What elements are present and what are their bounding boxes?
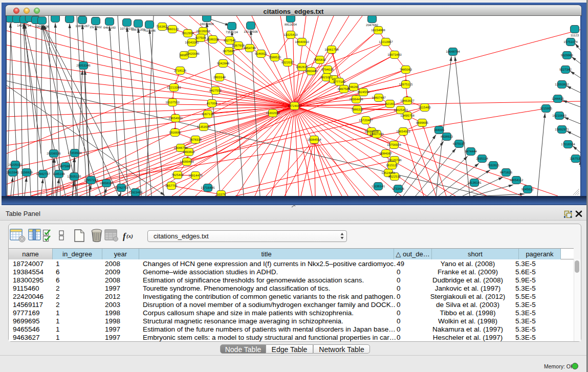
svg-text:8938923: 8938923 bbox=[441, 135, 453, 139]
svg-text:19463627: 19463627 bbox=[400, 99, 415, 103]
svg-text:17016504: 17016504 bbox=[561, 143, 575, 146]
svg-text:3267130: 3267130 bbox=[202, 113, 214, 116]
svg-text:12505135: 12505135 bbox=[67, 175, 81, 179]
svg-text:10654112: 10654112 bbox=[509, 179, 524, 182]
svg-text:16033809: 16033809 bbox=[200, 23, 214, 26]
svg-text:8471626: 8471626 bbox=[500, 171, 513, 174]
svg-text:10807487: 10807487 bbox=[372, 96, 386, 100]
svg-text:20364436: 20364436 bbox=[349, 98, 363, 101]
svg-text:1615132: 1615132 bbox=[386, 164, 399, 167]
svg-text:10655267: 10655267 bbox=[75, 25, 90, 28]
svg-text:2718126: 2718126 bbox=[174, 69, 187, 73]
svg-text:9084067: 9084067 bbox=[380, 152, 393, 156]
svg-text:11136141: 11136141 bbox=[372, 185, 385, 188]
svg-text:1916682: 1916682 bbox=[169, 131, 182, 135]
svg-text:9474444: 9474444 bbox=[465, 150, 477, 154]
svg-text:8427552: 8427552 bbox=[209, 89, 222, 93]
svg-text:13495758: 13495758 bbox=[400, 114, 415, 118]
svg-text:3215955: 3215955 bbox=[540, 107, 553, 111]
svg-text:10973493: 10973493 bbox=[387, 53, 402, 57]
svg-text:16154808: 16154808 bbox=[371, 29, 385, 32]
svg-text:6466160: 6466160 bbox=[103, 26, 116, 30]
svg-text:164095: 164095 bbox=[434, 128, 445, 132]
svg-text:7515546: 7515546 bbox=[143, 29, 156, 33]
svg-text:13325419: 13325419 bbox=[284, 33, 298, 37]
svg-text:1167533: 1167533 bbox=[570, 157, 580, 161]
svg-text:19384554: 19384554 bbox=[307, 138, 321, 142]
svg-text:1244415: 1244415 bbox=[552, 97, 564, 101]
svg-text:23226058: 23226058 bbox=[196, 30, 210, 33]
svg-text:62160: 62160 bbox=[385, 102, 395, 106]
svg-text:1621022: 1621022 bbox=[320, 76, 333, 79]
svg-text:9245612: 9245612 bbox=[521, 188, 534, 191]
svg-text:12942737: 12942737 bbox=[36, 172, 50, 176]
svg-text:6990448: 6990448 bbox=[305, 70, 318, 73]
svg-text:8322037: 8322037 bbox=[281, 61, 294, 64]
svg-text:8186328: 8186328 bbox=[207, 38, 220, 41]
svg-text:6794028: 6794028 bbox=[321, 68, 334, 72]
svg-text:7485063: 7485063 bbox=[400, 68, 412, 72]
svg-text:10914479: 10914479 bbox=[188, 174, 203, 178]
svg-text:18807249: 18807249 bbox=[369, 133, 384, 136]
svg-text:9329966: 9329966 bbox=[561, 54, 574, 57]
svg-text:1362615: 1362615 bbox=[296, 65, 309, 69]
svg-text:11123: 11123 bbox=[571, 34, 579, 37]
svg-text:7632621: 7632621 bbox=[487, 164, 500, 167]
svg-text:15892971: 15892971 bbox=[555, 128, 569, 132]
svg-text:2367608: 2367608 bbox=[232, 44, 245, 48]
svg-text:11923468: 11923468 bbox=[128, 191, 143, 194]
svg-text:19654923: 19654923 bbox=[396, 130, 410, 134]
svg-text:3624554: 3624554 bbox=[357, 91, 370, 94]
svg-text:13975115: 13975115 bbox=[399, 83, 413, 86]
svg-text:12093832: 12093832 bbox=[555, 83, 569, 86]
svg-text:7986322: 7986322 bbox=[351, 108, 364, 112]
svg-text:9777169: 9777169 bbox=[333, 80, 346, 84]
svg-text:11353594: 11353594 bbox=[197, 125, 211, 129]
svg-text:9242848: 9242848 bbox=[217, 62, 230, 65]
svg-text:1527602: 1527602 bbox=[90, 26, 102, 29]
svg-text:13524851: 13524851 bbox=[381, 171, 396, 175]
svg-text:12213967: 12213967 bbox=[379, 40, 393, 44]
svg-text:26205031: 26205031 bbox=[8, 163, 23, 167]
svg-text:(x): (x) bbox=[126, 233, 133, 239]
svg-text:9115460: 9115460 bbox=[419, 106, 431, 110]
svg-text:1156829: 1156829 bbox=[20, 171, 33, 174]
svg-text:2047682: 2047682 bbox=[366, 24, 379, 27]
svg-text:3675685: 3675685 bbox=[223, 50, 235, 53]
svg-text:9699695: 9699695 bbox=[416, 121, 429, 125]
svg-text:927509: 927509 bbox=[195, 36, 206, 40]
svg-text:9975867: 9975867 bbox=[59, 165, 72, 168]
svg-text:15720407: 15720407 bbox=[359, 119, 373, 122]
svg-text:1733426: 1733426 bbox=[392, 187, 405, 191]
svg-text:1145194: 1145194 bbox=[53, 172, 65, 176]
svg-text:16782759: 16782759 bbox=[114, 186, 128, 190]
svg-text:19218506: 19218506 bbox=[244, 30, 258, 34]
svg-text:16210643: 16210643 bbox=[552, 114, 567, 118]
svg-text:7955812: 7955812 bbox=[314, 58, 326, 62]
svg-text:7625402: 7625402 bbox=[171, 173, 184, 177]
svg-text:17957223: 17957223 bbox=[84, 179, 98, 182]
svg-text:1493822: 1493822 bbox=[183, 150, 195, 154]
svg-text:10046786: 10046786 bbox=[173, 146, 188, 150]
svg-text:22420046: 22420046 bbox=[185, 52, 200, 56]
svg-text:10378: 10378 bbox=[216, 193, 226, 196]
svg-text:14055714: 14055714 bbox=[17, 24, 31, 28]
svg-text:746266: 746266 bbox=[349, 85, 359, 89]
svg-text:9227342: 9227342 bbox=[559, 68, 572, 72]
svg-text:10107553: 10107553 bbox=[165, 101, 180, 104]
svg-text:20206536: 20206536 bbox=[47, 152, 61, 156]
svg-text:3915941: 3915941 bbox=[7, 171, 19, 174]
svg-text:20053346: 20053346 bbox=[76, 64, 91, 68]
svg-text:3678334: 3678334 bbox=[189, 138, 202, 142]
svg-text:9657791: 9657791 bbox=[165, 184, 178, 188]
svg-text:19654933: 19654933 bbox=[168, 117, 183, 120]
svg-text:10120746: 10120746 bbox=[387, 159, 402, 162]
svg-text:15302033: 15302033 bbox=[266, 112, 280, 115]
svg-text:8454749: 8454749 bbox=[244, 47, 256, 50]
svg-text:15716485: 15716485 bbox=[201, 186, 215, 190]
svg-text:10025453: 10025453 bbox=[394, 108, 408, 112]
svg-text:10756928: 10756928 bbox=[387, 143, 401, 147]
svg-text:417004: 417004 bbox=[207, 102, 217, 105]
svg-text:7357224: 7357224 bbox=[226, 31, 238, 34]
svg-text:8522514: 8522514 bbox=[388, 175, 401, 179]
